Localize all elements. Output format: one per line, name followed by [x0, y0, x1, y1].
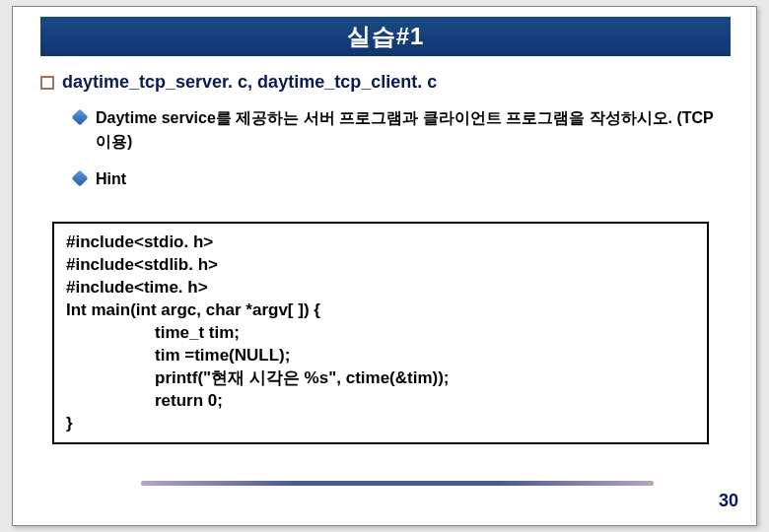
code-line: printf("현재 시각은 %s", ctime(&tim));: [66, 367, 695, 390]
code-line: #include<stdio. h>: [66, 232, 695, 254]
code-line: #include<stdlib. h>: [66, 254, 695, 277]
code-line: #include<time. h>: [66, 277, 695, 299]
code-line: Int main(int argc, char *argv[ ]) {: [66, 299, 695, 322]
code-line: time_t tim;: [66, 322, 695, 345]
bullet1-text: daytime_tcp_server. c, daytime_tcp_clien…: [62, 72, 437, 93]
bullet-level2: Daytime service를 제공하는 서버 프로그램과 클라이언트 프로그…: [74, 106, 731, 154]
code-line: tim =time(NULL);: [66, 345, 695, 367]
diamond-bullet-icon: [72, 109, 89, 126]
code-line: }: [66, 413, 695, 435]
code-line: return 0;: [66, 390, 695, 413]
square-bullet-icon: [40, 76, 54, 90]
bullet-level1: daytime_tcp_server. c, daytime_tcp_clien…: [40, 72, 731, 93]
footer-divider: [141, 481, 654, 486]
slide-title: 실습#1: [347, 23, 425, 49]
diamond-bullet-icon: [72, 170, 89, 187]
code-block: #include<stdio. h> #include<stdlib. h> #…: [52, 222, 709, 444]
slide: 실습#1 daytime_tcp_server. c, daytime_tcp_…: [12, 6, 757, 526]
page-number: 30: [719, 491, 738, 511]
sub1-text: Daytime service를 제공하는 서버 프로그램과 클라이언트 프로그…: [96, 106, 731, 154]
bullet-level2: Hint: [74, 167, 731, 191]
title-bar: 실습#1: [40, 17, 731, 56]
sub2-text: Hint: [96, 167, 126, 191]
content-area: daytime_tcp_server. c, daytime_tcp_clien…: [40, 72, 731, 201]
